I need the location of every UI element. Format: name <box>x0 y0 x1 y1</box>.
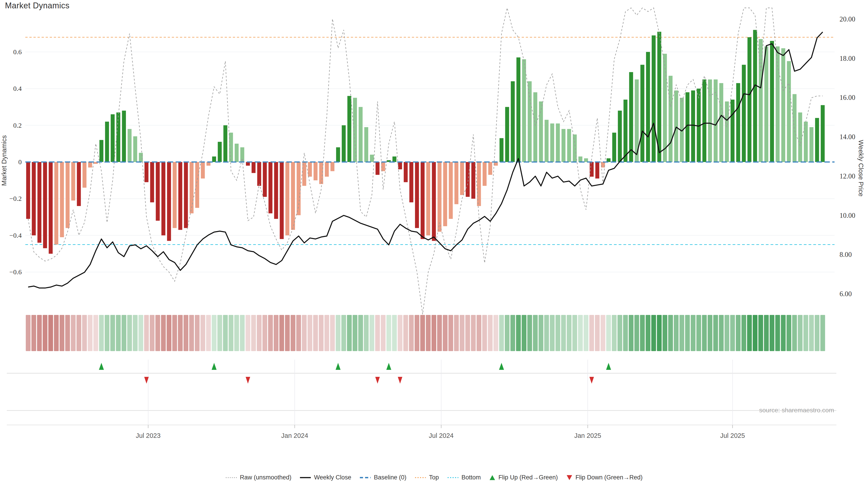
heatmap-cell <box>105 315 110 351</box>
dynamics-bar <box>719 83 723 162</box>
dynamics-bar <box>449 162 453 219</box>
y-right-tick-label: 14.00 <box>839 133 855 141</box>
heatmap-cell <box>533 315 538 351</box>
dynamics-bar <box>781 48 785 162</box>
dynamics-bar <box>640 65 645 162</box>
heatmap-cell <box>398 315 402 351</box>
heatmap-cell <box>370 315 374 351</box>
heatmap-cell <box>618 315 622 351</box>
heatmap-cell <box>499 315 504 351</box>
x-tick-label: Jan 2025 <box>574 432 601 439</box>
heatmap-cell <box>352 315 358 351</box>
dynamics-bar <box>426 162 430 235</box>
heatmap-cell <box>432 315 436 351</box>
dynamics-bar <box>54 162 58 245</box>
heatmap-cell <box>674 315 679 351</box>
dynamics-bar <box>550 123 554 162</box>
heatmap-cell <box>285 315 290 351</box>
dynamics-bar <box>235 144 239 162</box>
heatmap-cell <box>747 315 752 351</box>
heatmap-cell <box>668 315 673 351</box>
dynamics-bar <box>145 162 149 182</box>
heatmap-cell <box>516 315 521 351</box>
dynamics-bar <box>223 125 227 162</box>
dynamics-bar <box>776 46 780 162</box>
legend-item-bottom[interactable]: Bottom <box>447 474 481 481</box>
dynamics-bar <box>319 162 323 184</box>
heatmap-cell <box>234 315 239 351</box>
legend-item-flip-up[interactable]: Flip Up (Red→Green) <box>489 474 558 481</box>
heatmap-cell <box>741 315 746 351</box>
heatmap-cell <box>251 315 256 351</box>
heatmap-cell <box>612 315 617 351</box>
legend-item-flip-down[interactable]: Flip Down (Green→Red) <box>566 474 643 481</box>
dynamics-bar <box>809 127 813 162</box>
dynamics-bar <box>297 162 301 215</box>
legend-item-weekly-close[interactable]: Weekly Close <box>300 474 351 481</box>
heatmap-cell <box>691 315 695 351</box>
dynamics-bar <box>759 39 763 162</box>
flip-up-triangle-icon <box>489 475 496 481</box>
heatmap-cell <box>166 315 171 351</box>
heatmap-cell <box>144 315 149 351</box>
dynamics-bar <box>623 100 627 162</box>
heatmap-cell <box>420 315 425 351</box>
dynamics-bar <box>545 120 549 162</box>
dynamics-bar <box>212 157 216 162</box>
heatmap-cell <box>657 315 662 351</box>
heatmap-cell <box>319 315 323 351</box>
heatmap-cell <box>724 315 729 351</box>
heatmap-cell <box>589 315 594 351</box>
dynamics-bar <box>99 140 103 162</box>
dynamics-bar <box>66 162 70 228</box>
heatmap-cell <box>122 315 126 351</box>
heatmap-cell <box>116 315 121 351</box>
heatmap-cell <box>736 315 741 351</box>
dynamics-bar <box>702 79 706 162</box>
heatmap-cell <box>330 315 335 351</box>
heatmap-cell <box>488 315 493 351</box>
heatmap-cell <box>358 315 363 351</box>
dynamics-bar <box>669 76 673 162</box>
dynamics-bar <box>522 59 526 162</box>
heatmap-cell <box>696 315 701 351</box>
dynamics-bar <box>190 162 194 213</box>
heatmap-cell <box>505 315 509 351</box>
dynamics-bar <box>285 162 289 235</box>
dynamics-bar <box>370 155 374 162</box>
heatmap-cell <box>150 315 154 351</box>
heatmap-cell <box>347 315 352 351</box>
heatmap-cell <box>426 315 431 351</box>
dynamics-bar <box>539 101 543 162</box>
right-axis-title: Weekly Close Price <box>857 134 865 202</box>
dynamics-bar <box>269 162 273 213</box>
heatmap-cell <box>279 315 284 351</box>
source-note: source: sharemaestro.com <box>687 407 834 414</box>
legend-item-raw[interactable]: Raw (unsmoothed) <box>225 474 291 481</box>
market-dynamics-chart: 0.60.40.20−0.2−0.4−0.620.0018.0016.0014.… <box>0 0 868 488</box>
heatmap-cell <box>460 315 465 351</box>
heatmap-cell <box>392 315 397 351</box>
dynamics-bar <box>393 157 397 162</box>
heatmap-cell <box>88 315 92 351</box>
dynamics-bar <box>500 138 504 162</box>
dynamics-bar <box>263 162 267 197</box>
heatmap-cell <box>786 315 792 351</box>
dynamics-bar <box>229 133 233 162</box>
y-left-tick-label: −0.4 <box>9 232 22 239</box>
heatmap-cell <box>189 315 194 351</box>
legend-item-baseline[interactable]: Baseline (0) <box>360 474 406 481</box>
dynamics-bar <box>483 162 487 186</box>
dynamics-bar <box>60 162 64 237</box>
heatmap-cell <box>578 315 583 351</box>
heatmap-cell <box>43 315 48 351</box>
dynamics-bar <box>139 153 143 162</box>
heatmap-cell <box>240 315 245 351</box>
heatmap-cell <box>308 315 312 351</box>
legend-item-top[interactable]: Top <box>414 474 439 481</box>
dynamics-bar <box>770 41 774 162</box>
dynamics-bar <box>815 118 819 162</box>
legend-label: Raw (unsmoothed) <box>240 474 291 481</box>
heatmap-cell <box>437 315 442 351</box>
heatmap-cell <box>228 315 233 351</box>
